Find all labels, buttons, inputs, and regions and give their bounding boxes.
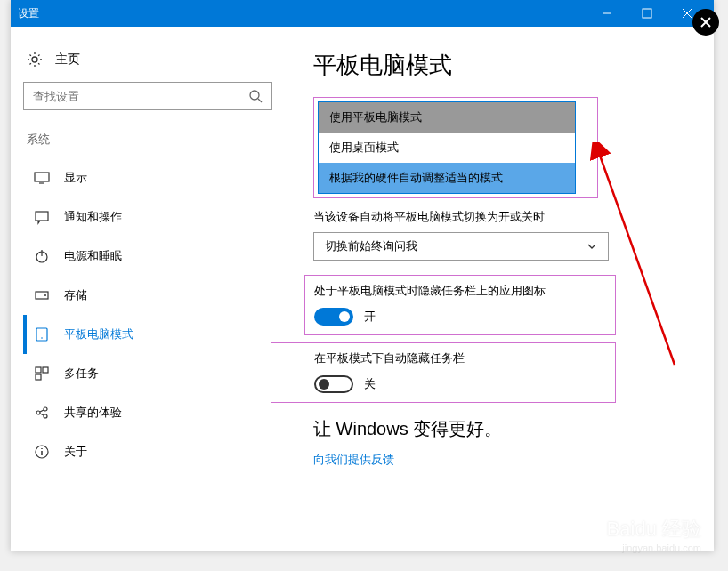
feedback-link[interactable]: 向我们提供反馈	[313, 452, 696, 468]
svg-point-13	[36, 411, 40, 414]
annotation-box-2: 处于平板电脑模式时隐藏任务栏上的应用图标 开	[304, 275, 616, 335]
page-title: 平板电脑模式	[313, 50, 696, 81]
svg-rect-10	[36, 367, 41, 373]
search-input[interactable]	[23, 82, 272, 110]
svg-rect-0	[643, 9, 651, 18]
tablet-icon	[34, 326, 50, 342]
svg-rect-12	[36, 374, 41, 380]
svg-point-9	[41, 337, 43, 339]
sidebar: 主页 系统 显示 通知和操作 电源和睡眠 存储	[11, 27, 287, 551]
hide-icons-toggle[interactable]	[314, 308, 353, 326]
hide-icons-label: 处于平板电脑模式时隐藏任务栏上的应用图标	[314, 283, 606, 299]
dropdown-option-tablet[interactable]: 使用平板电脑模式	[319, 102, 575, 133]
mode-dropdown-open[interactable]: 使用平板电脑模式 使用桌面模式 根据我的硬件自动调整适当的模式	[318, 101, 576, 194]
dropdown-option-desktop[interactable]: 使用桌面模式	[319, 133, 575, 163]
nav-label: 关于	[64, 444, 87, 460]
settings-window: 设置 主页 系统 显示 通知和操作	[11, 0, 714, 551]
nav-label: 显示	[64, 170, 87, 186]
gear-icon	[27, 52, 43, 68]
sidebar-item-about[interactable]: 关于	[23, 432, 287, 471]
improve-heading: 让 Windows 变得更好。	[313, 417, 696, 441]
svg-point-2	[250, 91, 259, 100]
share-icon	[34, 405, 50, 421]
chevron-down-icon	[586, 241, 597, 252]
nav-label: 多任务	[64, 366, 99, 382]
nav-label: 存储	[64, 287, 87, 303]
svg-rect-11	[43, 367, 48, 373]
svg-rect-8	[36, 328, 47, 341]
storage-icon	[34, 287, 50, 303]
message-icon	[34, 209, 50, 225]
svg-rect-4	[36, 212, 48, 221]
sidebar-item-multitask[interactable]: 多任务	[23, 354, 287, 393]
category-label: 系统	[23, 132, 287, 158]
sidebar-item-power[interactable]: 电源和睡眠	[23, 237, 287, 276]
svg-point-15	[44, 414, 47, 418]
svg-point-14	[44, 407, 47, 411]
minimize-button[interactable]	[586, 0, 627, 27]
toggle-state-label: 开	[364, 309, 376, 325]
search-field[interactable]	[33, 90, 248, 103]
auto-hide-label: 在平板模式下自动隐藏任务栏	[314, 350, 606, 366]
window-title: 设置	[18, 6, 586, 21]
info-icon	[34, 444, 50, 460]
sidebar-item-tablet-mode[interactable]: 平板电脑模式	[23, 315, 287, 354]
search-icon	[248, 89, 263, 103]
svg-point-7	[44, 294, 46, 296]
maximize-button[interactable]	[627, 0, 667, 27]
sidebar-item-display[interactable]: 显示	[23, 158, 287, 197]
home-label: 主页	[55, 52, 80, 68]
nav-label: 电源和睡眠	[64, 248, 122, 264]
close-badge[interactable]	[692, 9, 719, 36]
toggle-state-label: 关	[364, 376, 376, 392]
main-panel: 平板电脑模式 使用平板电脑模式 使用桌面模式 根据我的硬件自动调整适当的模式 当…	[287, 27, 714, 551]
select-value: 切换前始终询问我	[325, 238, 417, 254]
titlebar: 设置	[11, 0, 714, 27]
sidebar-item-notifications[interactable]: 通知和操作	[23, 197, 287, 237]
power-icon	[34, 248, 50, 264]
monitor-icon	[34, 170, 50, 186]
home-link[interactable]: 主页	[23, 44, 287, 82]
auto-switch-select[interactable]: 切换前始终询问我	[313, 232, 609, 261]
svg-point-1	[32, 57, 37, 62]
nav-label: 通知和操作	[64, 209, 122, 225]
sidebar-item-storage[interactable]: 存储	[23, 276, 287, 315]
dropdown-option-auto[interactable]: 根据我的硬件自动调整适当的模式	[319, 163, 575, 193]
annotation-box-3: 在平板模式下自动隐藏任务栏 关	[271, 342, 616, 403]
annotation-box-1: 使用平板电脑模式 使用桌面模式 根据我的硬件自动调整适当的模式	[313, 97, 598, 198]
multitask-icon	[34, 366, 50, 382]
auto-hide-toggle[interactable]	[314, 375, 353, 393]
svg-rect-3	[35, 173, 49, 181]
auto-switch-label: 当该设备自动将平板电脑模式切换为开或关时	[313, 209, 696, 225]
nav-label: 共享的体验	[64, 405, 122, 421]
nav-label: 平板电脑模式	[64, 326, 133, 342]
sidebar-item-shared[interactable]: 共享的体验	[23, 393, 287, 432]
